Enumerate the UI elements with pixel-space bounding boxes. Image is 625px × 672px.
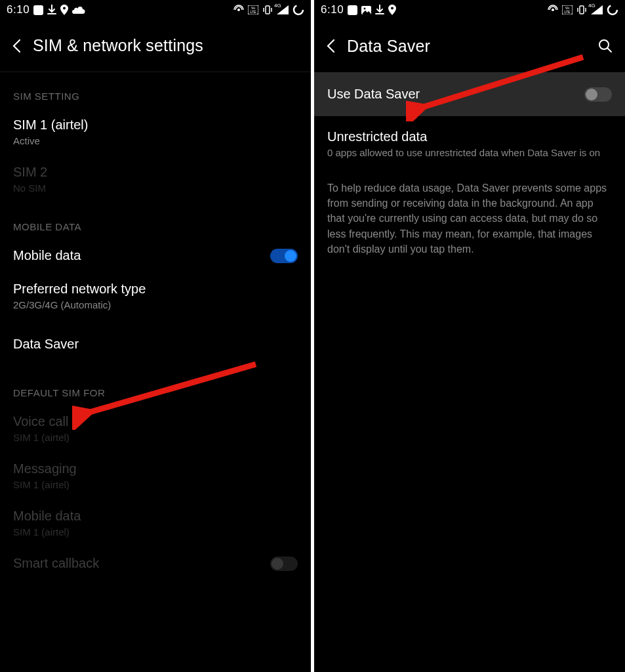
mobile-data-default-row: Mobile data SIM 1 (airtel): [0, 499, 311, 547]
preferred-network-row[interactable]: Preferred network type 2G/3G/4G (Automat…: [0, 272, 311, 320]
voice-call-sub: SIM 1 (airtel): [13, 432, 298, 443]
messaging-sub: SIM 1 (airtel): [13, 479, 298, 490]
download-icon: [375, 5, 384, 15]
data-saver-row[interactable]: Data Saver: [0, 320, 311, 369]
use-data-saver-row[interactable]: Use Data Saver: [314, 72, 625, 116]
signal-4g-label: 4G: [274, 3, 281, 9]
image-icon: [361, 6, 371, 14]
svg-point-1: [237, 9, 240, 11]
volte-icon: VoLTE: [562, 5, 573, 14]
use-data-saver-toggle[interactable]: [584, 87, 612, 102]
svg-rect-5: [266, 6, 270, 14]
svg-point-10: [552, 9, 554, 11]
unrestricted-sub: 0 apps allowed to use unrestricted data …: [327, 147, 612, 158]
loading-circle-icon: [607, 4, 618, 16]
signal-4g-label: 4G: [588, 3, 595, 9]
sim2-sub: No SIM: [13, 182, 298, 194]
pref-net-sub: 2G/3G/4G (Automatic): [13, 299, 298, 310]
back-icon[interactable]: [12, 39, 21, 53]
hotspot-icon: [548, 5, 558, 15]
status-time: 6:10: [7, 3, 30, 16]
mobile-data-default-title: Mobile data: [13, 509, 298, 524]
signal-icon: 4G: [591, 5, 603, 14]
voice-call-row: Voice call SIM 1 (airtel): [0, 405, 311, 452]
mobile-data-row[interactable]: Mobile data: [0, 239, 311, 272]
status-bar: 6:10 VoLTE 4G: [314, 0, 625, 20]
svg-text:LTE: LTE: [565, 10, 571, 14]
status-right: VoLTE 4G: [548, 4, 618, 16]
use-data-saver-label: Use Data Saver: [327, 87, 582, 102]
signal-icon: 4G: [277, 5, 289, 14]
sim1-sub: Active: [13, 135, 298, 146]
notification-square-icon: [348, 5, 357, 15]
sim1-title: SIM 1 (airtel): [13, 117, 298, 133]
unrestricted-title: Unrestricted data: [327, 129, 612, 144]
svg-text:LTE: LTE: [251, 10, 256, 14]
page-header: Data Saver: [314, 20, 625, 72]
search-icon[interactable]: [597, 38, 613, 54]
vibrate-icon: [576, 5, 587, 15]
mobile-data-toggle[interactable]: [270, 249, 298, 263]
volte-icon: VoLTE: [248, 5, 258, 14]
data-saver-info: To help reduce data usage, Data Saver pr…: [314, 167, 625, 270]
back-icon[interactable]: [326, 39, 335, 53]
status-left: 6:10: [321, 3, 396, 16]
section-label-mobile-data: MOBILE DATA: [0, 203, 311, 239]
page-title: SIM & network settings: [33, 36, 203, 55]
smart-callback-toggle: [270, 556, 298, 571]
cloud-icon: [72, 6, 85, 14]
sim2-title: SIM 2: [13, 165, 298, 180]
hotspot-icon: [233, 5, 244, 15]
messaging-title: Messaging: [13, 461, 298, 476]
section-label-default-sim: DEFAULT SIM FOR: [0, 369, 311, 405]
location-icon: [60, 5, 68, 15]
status-bar: 6:10 VoLTE 4G: [0, 0, 311, 20]
unrestricted-data-row[interactable]: Unrestricted data 0 apps allowed to use …: [314, 116, 625, 167]
data-saver-label: Data Saver: [13, 337, 298, 352]
svg-point-9: [391, 7, 393, 10]
notification-square-icon: [33, 5, 43, 15]
sim2-row: SIM 2 No SIM: [0, 156, 311, 203]
voice-call-title: Voice call: [13, 414, 298, 429]
location-icon: [388, 5, 396, 15]
download-icon: [47, 5, 56, 15]
status-time: 6:10: [321, 3, 344, 16]
pref-net-title: Preferred network type: [13, 282, 298, 297]
vibrate-icon: [262, 5, 273, 15]
smart-callback-row: Smart callback: [0, 547, 311, 580]
svg-point-15: [608, 5, 617, 14]
page-header: SIM & network settings: [0, 20, 311, 72]
sim1-row[interactable]: SIM 1 (airtel) Active: [0, 108, 311, 156]
page-title: Data Saver: [347, 37, 430, 56]
phone-left: 6:10 VoLTE 4G: [0, 0, 311, 672]
phone-right: 6:10 VoLTE 4G: [314, 0, 625, 672]
status-right: VoLTE 4G: [233, 4, 304, 16]
svg-point-8: [364, 7, 366, 9]
svg-point-0: [63, 7, 66, 10]
mobile-data-default-sub: SIM 1 (airtel): [13, 526, 298, 537]
mobile-data-label: Mobile data: [13, 248, 268, 263]
svg-point-6: [294, 5, 303, 14]
svg-rect-14: [580, 6, 584, 14]
smart-callback-label: Smart callback: [13, 556, 268, 571]
messaging-row: Messaging SIM 1 (airtel): [0, 452, 311, 499]
section-label-sim-setting: SIM SETTING: [0, 72, 311, 108]
status-left: 6:10: [7, 3, 85, 16]
loading-circle-icon: [292, 4, 304, 16]
